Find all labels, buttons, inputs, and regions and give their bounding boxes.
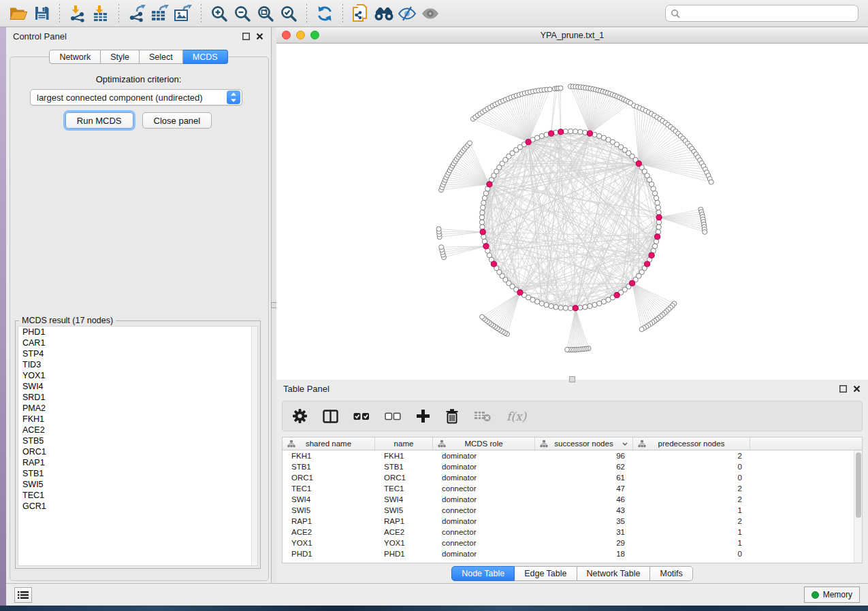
- export-image-button[interactable]: [172, 3, 195, 24]
- list-item[interactable]: STB1: [18, 468, 257, 479]
- float-window-icon[interactable]: [242, 32, 251, 41]
- tab-network[interactable]: Network: [49, 50, 101, 64]
- open-folder-button[interactable]: [7, 3, 30, 24]
- network-canvas[interactable]: [276, 44, 868, 380]
- table-cell-shared-name[interactable]: RAP1: [283, 516, 375, 527]
- list-item[interactable]: TEC1: [18, 490, 257, 501]
- list-item[interactable]: SWI5: [18, 479, 257, 490]
- save-session-button[interactable]: [30, 3, 53, 24]
- list-item[interactable]: PMA2: [18, 403, 257, 414]
- list-item[interactable]: STB5: [18, 435, 257, 446]
- export-table-button[interactable]: [148, 3, 172, 24]
- table-cell-shared-name[interactable]: ORC1: [283, 472, 375, 483]
- table-cell-shared-name[interactable]: ACE2: [283, 527, 375, 538]
- table-cell-shared-name[interactable]: SWI5: [283, 505, 375, 516]
- table-cell-name[interactable]: RAP1: [375, 516, 433, 527]
- table-cell-shared-name[interactable]: FKH1: [283, 450, 375, 461]
- table-cell-name[interactable]: SWI4: [375, 494, 433, 505]
- list-item[interactable]: FKH1: [18, 414, 257, 425]
- task-history-button[interactable]: [14, 587, 32, 603]
- table-cell-name[interactable]: YOX1: [375, 538, 433, 548]
- list-item[interactable]: RAP1: [18, 457, 257, 468]
- column-header-successor-nodes[interactable]: successor nodes: [535, 437, 633, 450]
- table-row[interactable]: ORC1ORC1dominator610: [283, 472, 854, 483]
- table-row[interactable]: RAP1RAP1dominator352: [283, 516, 854, 527]
- import-table-button[interactable]: [89, 3, 112, 24]
- search-network-button[interactable]: [372, 3, 396, 24]
- table-cell-mcds-role[interactable]: connector: [433, 483, 535, 494]
- vertical-splitter[interactable]: [271, 27, 276, 583]
- table-cell-successor-nodes[interactable]: 47: [535, 483, 633, 494]
- table-cell-shared-name[interactable]: PHD1: [283, 548, 375, 559]
- refresh-button[interactable]: [313, 3, 336, 24]
- column-header-shared-name[interactable]: shared name: [283, 437, 375, 450]
- close-panel-icon[interactable]: [852, 384, 861, 393]
- table-cell-name[interactable]: TEC1: [375, 483, 433, 494]
- table-cell-successor-nodes[interactable]: 62: [535, 461, 633, 472]
- search-input[interactable]: [680, 9, 853, 18]
- tab-mcds[interactable]: MCDS: [183, 50, 228, 64]
- hide-panel-button[interactable]: [396, 3, 419, 24]
- table-cell-name[interactable]: STB1: [375, 461, 433, 472]
- tab-motifs[interactable]: Motifs: [650, 566, 692, 581]
- close-panel-button[interactable]: Close panel: [142, 112, 212, 129]
- table-row[interactable]: SWI4SWI4dominator462: [283, 494, 854, 505]
- table-cell-successor-nodes[interactable]: 61: [535, 472, 633, 483]
- table-row[interactable]: FKH1FKH1dominator962: [283, 450, 854, 461]
- list-item[interactable]: YOX1: [18, 370, 257, 381]
- table-cell-shared-name[interactable]: SWI4: [283, 494, 375, 505]
- deselect-all-icon[interactable]: [385, 412, 401, 420]
- tab-edge-table[interactable]: Edge Table: [515, 566, 577, 581]
- table-cell-shared-name[interactable]: STB1: [283, 461, 375, 472]
- table-row[interactable]: STB1STB1dominator620: [283, 461, 854, 472]
- settings-gear-icon[interactable]: [292, 408, 308, 424]
- sort-chevron-icon[interactable]: [622, 442, 628, 446]
- list-item[interactable]: SRD1: [18, 392, 257, 403]
- splitter-handle[interactable]: [569, 376, 575, 382]
- network-titlebar[interactable]: YPA_prune.txt_1: [276, 27, 868, 44]
- table-cell-mcds-role[interactable]: dominator: [433, 472, 535, 483]
- close-panel-icon[interactable]: [255, 32, 264, 41]
- column-header-name[interactable]: name: [375, 437, 433, 450]
- table-cell-name[interactable]: ACE2: [375, 527, 433, 538]
- delete-table-icon[interactable]: [474, 410, 492, 422]
- list-item[interactable]: STP4: [18, 348, 257, 359]
- table-scrollbar-thumb[interactable]: [856, 452, 861, 518]
- table-row[interactable]: TEC1TEC1connector472: [283, 483, 854, 494]
- columns-icon[interactable]: [323, 410, 338, 423]
- table-cell-predecessor-nodes[interactable]: 1: [633, 538, 750, 548]
- table-row[interactable]: SWI5SWI5connector431: [283, 505, 854, 516]
- table-cell-mcds-role[interactable]: connector: [433, 538, 535, 548]
- table-cell-name[interactable]: PHD1: [375, 548, 433, 559]
- table-cell-predecessor-nodes[interactable]: 2: [633, 494, 750, 505]
- table-row[interactable]: ACE2ACE2connector311: [283, 527, 854, 538]
- table-cell-predecessor-nodes[interactable]: 0: [633, 548, 750, 559]
- network-file-share-button[interactable]: [349, 3, 372, 24]
- memory-button[interactable]: Memory: [804, 587, 860, 603]
- list-item[interactable]: GCR1: [18, 501, 257, 512]
- list-item[interactable]: ACE2: [18, 425, 257, 435]
- table-cell-mcds-role[interactable]: connector: [433, 527, 535, 538]
- table-cell-successor-nodes[interactable]: 43: [535, 505, 633, 516]
- table-cell-mcds-role[interactable]: dominator: [433, 516, 535, 527]
- table-row[interactable]: YOX1YOX1connector291: [283, 538, 854, 548]
- table-cell-successor-nodes[interactable]: 35: [535, 516, 633, 527]
- table-cell-predecessor-nodes[interactable]: 1: [633, 527, 750, 538]
- list-item[interactable]: CAR1: [18, 337, 257, 348]
- table-cell-mcds-role[interactable]: dominator: [433, 450, 535, 461]
- table-cell-shared-name[interactable]: YOX1: [283, 538, 375, 548]
- list-item[interactable]: TID3: [18, 359, 257, 370]
- table-cell-predecessor-nodes[interactable]: 2: [633, 483, 750, 494]
- table-cell-successor-nodes[interactable]: 18: [535, 548, 633, 559]
- show-panel-button[interactable]: [419, 3, 442, 24]
- table-cell-mcds-role[interactable]: dominator: [433, 461, 535, 472]
- import-network-button[interactable]: [66, 3, 89, 24]
- list-item[interactable]: SWI4: [18, 381, 257, 392]
- table-cell-name[interactable]: FKH1: [375, 450, 433, 461]
- table-cell-successor-nodes[interactable]: 31: [535, 527, 633, 538]
- tab-style[interactable]: Style: [101, 50, 140, 64]
- tab-network-table[interactable]: Network Table: [577, 566, 651, 581]
- optimization-criterion-select[interactable]: largest connected component (undirected): [30, 89, 242, 105]
- list-item[interactable]: ORC1: [18, 446, 257, 457]
- table-cell-mcds-role[interactable]: dominator: [433, 494, 535, 505]
